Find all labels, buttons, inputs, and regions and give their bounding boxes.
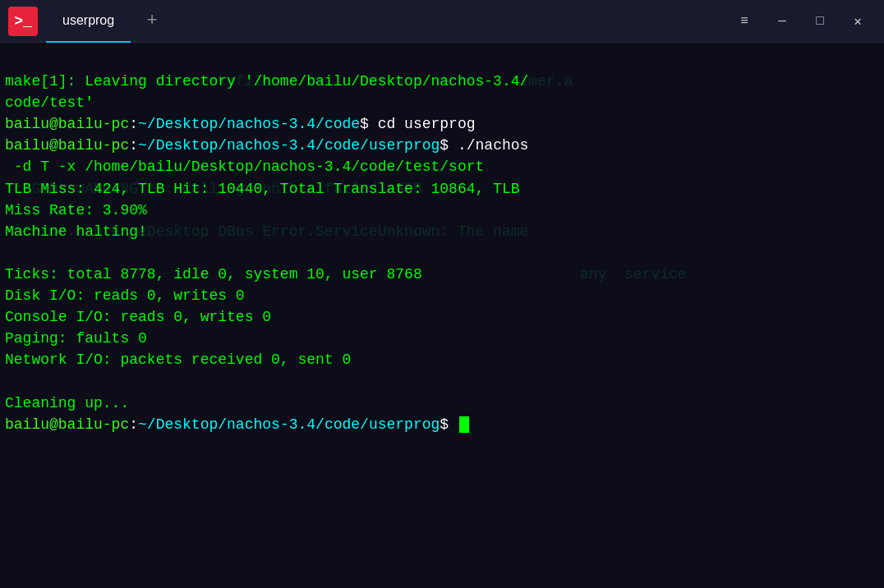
terminal-icon: >_ bbox=[8, 7, 38, 36]
output-line-11: Cleaning up... bbox=[5, 395, 129, 411]
output-line-1: make[1]: Leaving directory '/home/bailu/… bbox=[5, 73, 528, 111]
output-line-8: Console I/O: reads 0, writes 0 bbox=[5, 309, 271, 325]
prompt-line-1: bailu@bailu-pc:~/Desktop/nachos-3.4/code… bbox=[5, 116, 476, 132]
output-line-7: Disk I/O: reads 0, writes 0 bbox=[5, 287, 245, 304]
tab-userprog[interactable]: userprog bbox=[46, 0, 131, 43]
output-line-10: Network I/O: packets received 0, sent 0 bbox=[5, 351, 351, 368]
title-bar-controls: ≡ — □ ✕ bbox=[733, 10, 884, 33]
terminal-icon-text: >_ bbox=[14, 13, 32, 30]
close-button[interactable]: ✕ bbox=[846, 10, 869, 33]
terminal-output: make[1]: Leaving directory '/home/bailu/… bbox=[5, 49, 879, 457]
add-tab-button[interactable]: + bbox=[137, 7, 167, 36]
menu-icon: ≡ bbox=[740, 14, 748, 29]
output-line-5: Machine halting! bbox=[5, 223, 147, 240]
output-line-9: Paging: faults 0 bbox=[5, 330, 147, 347]
output-line-4: Miss Rate: 3.90% bbox=[5, 202, 147, 218]
output-line-2: -d T -x /home/bailu/Desktop/nachos-3.4/c… bbox=[5, 158, 484, 175]
tab-label: userprog bbox=[62, 13, 114, 28]
title-bar: >_ userprog + ≡ — □ ✕ bbox=[0, 0, 884, 43]
minimize-icon: — bbox=[778, 14, 786, 29]
maximize-button[interactable]: □ bbox=[808, 10, 831, 33]
terminal-content[interactable]: Makefile swtch.s timer.a ** GDBk-WARNING… bbox=[0, 43, 884, 588]
output-line-3: TLB Miss: 424, TLB Hit: 10440, Total Tra… bbox=[5, 181, 520, 197]
output-line-6: Ticks: total 8778, idle 0, system 10, us… bbox=[5, 266, 422, 283]
terminal-window: >_ userprog + ≡ — □ ✕ bbox=[0, 0, 884, 588]
minimize-button[interactable]: — bbox=[771, 10, 794, 33]
close-icon: ✕ bbox=[854, 13, 862, 30]
maximize-icon: □ bbox=[816, 14, 824, 29]
prompt-line-end: bailu@bailu-pc:~/Desktop/nachos-3.4/code… bbox=[5, 416, 469, 433]
menu-button[interactable]: ≡ bbox=[733, 10, 756, 33]
prompt-line-2: bailu@bailu-pc:~/Desktop/nachos-3.4/code… bbox=[5, 137, 528, 154]
add-tab-icon: + bbox=[147, 11, 158, 31]
title-bar-left: >_ userprog + bbox=[0, 0, 733, 43]
terminal-cursor bbox=[459, 416, 469, 433]
